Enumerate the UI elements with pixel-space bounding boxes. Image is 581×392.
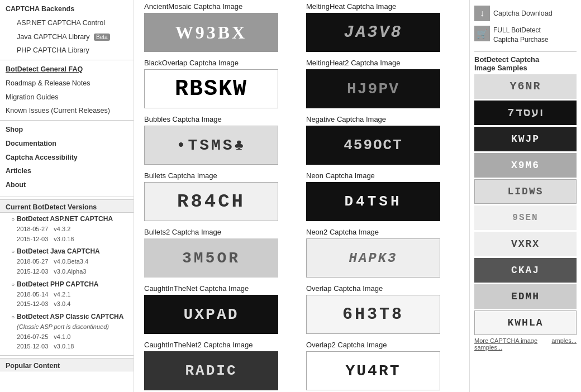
popular-heading: Popular Content (0, 358, 134, 371)
more-samples-link1[interactable]: More CAPTCHA imagesamples... (474, 337, 537, 351)
versions-heading: Current BotDetect Versions (0, 199, 134, 213)
captcha-ancientmosaic: AncientMosaic Captcha Image W93BX (144, 2, 297, 52)
captcha-meltingheat2: MeltingHeat2 Captcha Image HJ9PV (306, 59, 459, 108)
more-samples-links: More CAPTCHA imagesamples... amples... (474, 337, 577, 351)
download-label: Captcha Download (493, 9, 553, 17)
version-php: BotDetect PHP CAPTCHA 2018-05-14v4.2.1 2… (0, 278, 134, 310)
sidebar-item-articles[interactable]: Articles (0, 164, 134, 178)
purchase-action[interactable]: 🛒 FULL BotDetectCaptcha Purchase (474, 23, 577, 47)
sample-y6nr: Y6NR (474, 74, 577, 99)
captcha-bubbles: Bubbles Captcha Image •TSMS♣ (144, 115, 297, 165)
sample-grid: Y6NR ועסד7 KWJP X9M6 LIDWS 9SEN VXRX CKA… (474, 74, 577, 335)
sidebar-item-documentation[interactable]: Documentation (0, 137, 134, 151)
sample-x9m6: X9M6 (474, 153, 577, 178)
captcha-neon: Neon Captcha Image D4TSH (306, 171, 459, 221)
download-action[interactable]: ↓ Captcha Download (474, 3, 577, 23)
purchase-label: FULL BotDetectCaptcha Purchase (493, 26, 549, 45)
captcha-caughtinthenet2: CaughtInTheNet2 Captcha Image RADIC (144, 341, 297, 390)
sidebar-item-faq[interactable]: BotDetect General FAQ (0, 63, 134, 77)
captcha-neon2: Neon2 Captcha Image HAPK3 (306, 228, 459, 278)
version-asp-classic: BotDetect ASP Classic CAPTCHA (Classic A… (0, 310, 134, 353)
cart-icon: 🛒 (474, 26, 490, 41)
captcha-overlap: Overlap Captcha Image 6H3T8 (306, 284, 459, 334)
sample-lidws: LIDWS (474, 179, 577, 204)
captcha-bullets2: Bullets2 Captcha Image 3M5OR (144, 228, 297, 278)
right-sidebar: ↓ Captcha Download 🛒 FULL BotDetectCaptc… (469, 0, 581, 392)
sample-edmh: EDMH (474, 284, 577, 309)
sidebar-item-aspnet[interactable]: ASP.NET CAPTCHA Control (0, 16, 134, 30)
more-samples-link2[interactable]: amples... (551, 337, 577, 351)
sidebar-item-about[interactable]: About (0, 178, 134, 192)
captcha-blackoverlap: BlackOverlap Captcha Image RBSKW (144, 59, 297, 108)
captcha-column-2: MeltingHeat Captcha Image JA3V8 MeltingH… (302, 0, 464, 392)
sidebar-item-accessibility[interactable]: Captcha Accessibility (0, 151, 134, 165)
captcha-negative: Negative Captcha Image 459OCT (306, 115, 459, 165)
sample-vxrx: VXRX (474, 232, 577, 256)
sidebar-item-known-issues[interactable]: Known Issues (Current Releases) (0, 104, 134, 118)
sidebar: CAPTCHA Backends ASP.NET CAPTCHA Control… (0, 0, 134, 392)
sample-hebrew: ועסד7 (474, 101, 577, 125)
sample-9sen: 9SEN (474, 205, 577, 230)
main-content: AncientMosaic Captcha Image W93BX BlackO… (134, 0, 469, 392)
sample-kwjp: KWJP (474, 127, 577, 151)
version-aspnet: BotDetect ASP.NET CAPTCHA 2018-05-27v4.3… (0, 213, 134, 245)
captcha-column-1: AncientMosaic Captcha Image W93BX BlackO… (140, 0, 302, 392)
captcha-overlap2: Overlap2 Captcha Image YU4RT (306, 341, 459, 390)
sidebar-item-migration[interactable]: Migration Guides (0, 90, 134, 104)
sidebar-item-shop[interactable]: Shop (0, 123, 134, 137)
captcha-caughtinthenet: CaughtInTheNet Captcha Image UXPAD (144, 284, 297, 334)
sidebar-item-php[interactable]: PHP CAPTCHA Library (0, 44, 134, 58)
download-icon: ↓ (474, 6, 490, 21)
sidebar-item-java[interactable]: Java CAPTCHA Library Beta (0, 30, 134, 44)
sidebar-item-roadmap[interactable]: Roadmap & Release Notes (0, 77, 134, 90)
sidebar-item-captcha-backends[interactable]: CAPTCHA Backends (0, 2, 134, 16)
samples-heading: BotDetect CaptchaImage Samples (474, 51, 577, 72)
version-java: BotDetect Java CAPTCHA 2018-05-27v4.0.Be… (0, 245, 134, 278)
captcha-meltingheat: MeltingHeat Captcha Image JA3V8 (306, 2, 459, 52)
beta-badge: Beta (94, 34, 110, 41)
sample-kwhla: KWHLA (474, 310, 577, 335)
sample-ckaj: CKAJ (474, 258, 577, 283)
captcha-bullets: Bullets Captcha Image R84CH (144, 171, 297, 221)
